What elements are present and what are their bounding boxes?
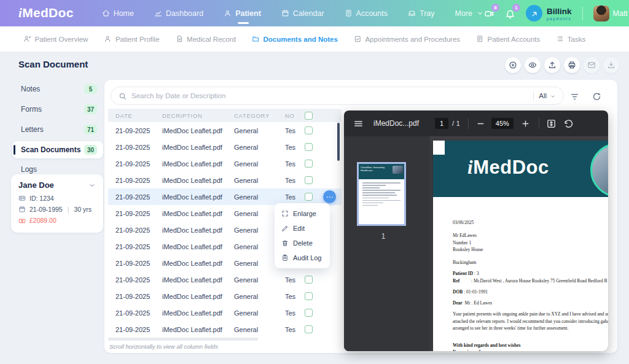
patient-id: ID: 1234 — [29, 195, 54, 202]
pdf-body: Clarwillian. Innovating Healthcare. 1 iM… — [344, 136, 608, 351]
patient-balance: £2089.00 — [29, 217, 57, 224]
pdf-document-area: iMedDoc 03/06/2025 Mr EdLawes Number 1 R… — [430, 136, 608, 351]
refresh-button[interactable] — [588, 88, 604, 104]
cell-category: General — [234, 293, 285, 300]
patient-name: Jane Doe — [18, 180, 54, 190]
fit-page-button[interactable] — [546, 118, 557, 130]
row-checkbox[interactable] — [305, 160, 313, 168]
import-button[interactable] — [603, 57, 619, 73]
cell-notes: Tes — [285, 276, 297, 284]
nav-item-patient[interactable]: Patient — [224, 0, 261, 26]
search-scope-value: All — [539, 92, 547, 99]
notifications-badge: 1 — [512, 4, 520, 12]
patient-dob: 21-09-1995 — [29, 206, 63, 213]
table-row[interactable]: 21-09-2025iMedDoc Leaflet.pdfGeneralTes — [108, 155, 342, 172]
pdf-page-thumbnail[interactable]: Clarwillian. Innovating Healthcare. — [357, 162, 406, 226]
nav-item-more[interactable]: More — [455, 0, 484, 26]
tab-patient-overview[interactable]: Patient Overview — [23, 35, 88, 43]
row-checkbox[interactable] — [305, 193, 313, 201]
tab-appointments-and-procedures[interactable]: Appointments and Procedures — [354, 35, 460, 43]
letter-date: 03/06/2025 — [453, 219, 608, 226]
nav-item-home[interactable]: Home — [102, 0, 134, 26]
context-menu-item-enlarge[interactable]: Enlarge — [275, 206, 330, 221]
row-checkbox[interactable] — [305, 325, 313, 333]
context-menu-item-delete[interactable]: Delete — [275, 236, 330, 250]
pdf-page-total: / 1 — [452, 120, 460, 127]
page-actions — [505, 57, 619, 73]
search-icon — [119, 92, 127, 100]
table-row[interactable]: 21-09-2025iMedDoc Leaflet.pdfGeneralTes — [108, 139, 342, 155]
nav-item-tray[interactable]: Tray — [408, 0, 435, 26]
rotate-button[interactable] — [563, 118, 574, 130]
row-checkbox[interactable] — [305, 309, 313, 317]
preview-button[interactable] — [525, 57, 541, 73]
upload-button[interactable] — [544, 57, 560, 73]
table-row[interactable]: 21-09-2025iMedDoc Leaflet.pdfGeneralTes — [108, 122, 342, 139]
pdf-zoom-level: 45% — [491, 118, 514, 129]
notifications-button[interactable]: 1 — [505, 7, 515, 20]
enlarge-icon — [281, 210, 289, 217]
cell-date: 21-09-2025 — [115, 293, 162, 300]
table-row[interactable]: 21-09-2025iMedDoc Leaflet.pdfGeneralTes — [108, 321, 342, 338]
chevron-down-icon[interactable] — [88, 181, 96, 190]
cell-notes: Tes — [285, 193, 297, 201]
billink-logo[interactable]: Billink payments — [526, 5, 572, 21]
row-checkbox[interactable] — [305, 126, 313, 134]
email-button[interactable] — [584, 57, 600, 73]
add-button[interactable] — [505, 57, 521, 73]
tab-documents-and-notes[interactable]: Documents and Notes — [252, 35, 338, 43]
home-icon — [102, 9, 110, 17]
pdf-document-page: iMedDoc 03/06/2025 Mr EdLawes Number 1 R… — [433, 141, 608, 351]
nav-item-accounts[interactable]: Accounts — [345, 0, 388, 26]
cell-description: iMedDoc Leaflet.pdf — [162, 260, 234, 267]
billink-arrow-icon — [526, 5, 542, 21]
select-all-checkbox[interactable] — [305, 112, 313, 120]
zoom-out-button[interactable] — [475, 118, 486, 130]
row-context-menu: EnlargeEditDeleteAudit Log — [275, 203, 330, 268]
cell-notes: Tes — [285, 160, 297, 168]
accounts-icon — [345, 9, 353, 17]
filter-button[interactable] — [566, 88, 582, 104]
row-checkbox[interactable] — [305, 176, 313, 184]
tab-medical-record[interactable]: Medical Record — [176, 35, 236, 43]
tab-patient-profile[interactable]: Patient Profile — [104, 35, 159, 43]
table-vertical-scrollbar[interactable] — [337, 123, 340, 161]
sidebar-item-notes[interactable]: Notes5 — [12, 80, 103, 98]
print-button[interactable] — [564, 57, 580, 73]
letter-body: 03/06/2025 Mr EdLawes Number 1 Rooksley … — [453, 219, 608, 351]
id-card-icon — [18, 195, 26, 202]
row-checkbox[interactable] — [305, 276, 313, 284]
cell-date: 21-09-2025 — [115, 243, 162, 250]
pdf-page-input[interactable]: 1 — [435, 118, 448, 129]
row-checkbox[interactable] — [305, 292, 313, 300]
pdf-menu-button[interactable] — [353, 118, 364, 130]
video-call-button[interactable]: 8 — [484, 7, 494, 20]
context-menu-item-edit[interactable]: Edit — [275, 221, 330, 236]
search-input[interactable] — [131, 92, 528, 99]
billink-subtitle: payments — [547, 17, 572, 21]
tab-tasks[interactable]: Tasks — [556, 35, 585, 43]
table-row[interactable]: 21-09-2025iMedDoc Leaflet.pdfGeneralTes — [108, 304, 342, 321]
table-row[interactable]: 21-09-2025iMedDoc Leaflet.pdfGeneralTes⋯ — [108, 188, 342, 205]
sidebar-item-scan-documents[interactable]: Scan Documents30 — [12, 141, 103, 158]
tab-patient-accounts[interactable]: Patient Accounts — [476, 35, 540, 43]
table-row[interactable]: 21-09-2025iMedDoc Leaflet.pdfGeneralTes — [108, 288, 342, 304]
row-checkbox[interactable] — [305, 143, 313, 151]
nav-item-calendar[interactable]: Calendar — [281, 0, 324, 26]
cell-notes: Tes — [285, 144, 297, 151]
nav-item-dashboard[interactable]: Dashboard — [154, 0, 203, 26]
audit-log-icon — [281, 254, 289, 261]
user-menu[interactable]: Matt — [593, 6, 629, 21]
cell-date: 21-09-2025 — [115, 210, 162, 217]
count-badge: 5 — [84, 84, 97, 94]
sidebar-item-forms[interactable]: Forms37 — [12, 101, 103, 118]
table-row[interactable]: 21-09-2025iMedDoc Leaflet.pdfGeneralTes — [108, 271, 342, 288]
search-scope-dropdown[interactable]: All — [539, 92, 556, 99]
zoom-in-button[interactable] — [520, 118, 531, 130]
sidebar-item-letters[interactable]: Letters71 — [12, 121, 103, 138]
context-menu-item-audit-log[interactable]: Audit Log — [275, 250, 330, 265]
table-horizontal-scrollbar[interactable] — [108, 338, 258, 341]
row-actions-button[interactable]: ⋯ — [323, 190, 336, 203]
table-row[interactable]: 21-09-2025iMedDoc Leaflet.pdfGeneralTes — [108, 172, 342, 188]
patient-age: 30 yrs — [74, 206, 92, 213]
